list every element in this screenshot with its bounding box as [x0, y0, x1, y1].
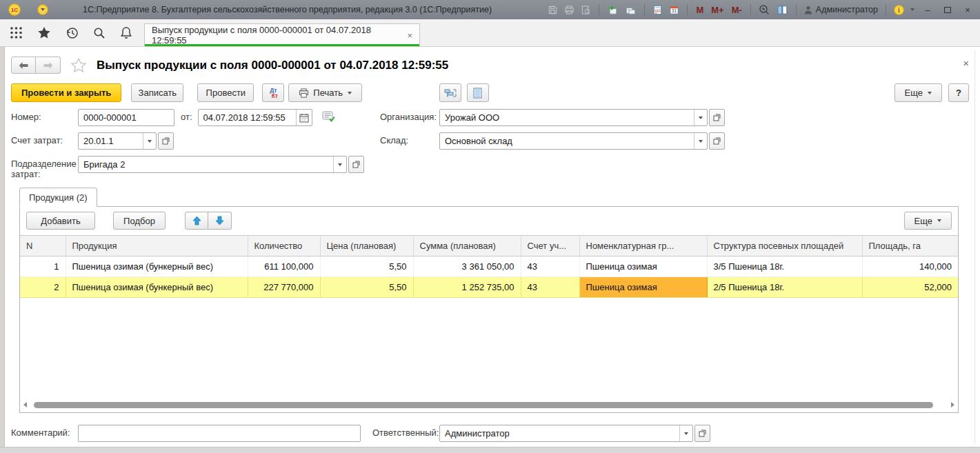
- cost-account-field[interactable]: 20.01.1: [79, 133, 143, 149]
- move-row-down-button[interactable]: [208, 212, 232, 230]
- favorite-star-icon[interactable]: [70, 57, 87, 73]
- document-tab[interactable]: Выпуск продукции с поля 0000-000001 от 0…: [144, 23, 420, 46]
- register-records-button[interactable]: [467, 83, 489, 102]
- memory-m-button[interactable]: M: [695, 5, 704, 15]
- get-link-icon[interactable]: [607, 5, 619, 15]
- cell-area[interactable]: 52,000: [862, 277, 958, 298]
- table-row[interactable]: 2Пшеница озимая (бункерный вес)227 770,0…: [20, 277, 958, 298]
- calculator-icon[interactable]: [652, 5, 663, 15]
- organization-field[interactable]: Урожай ООО: [440, 110, 694, 125]
- nav-forward-button[interactable]: [36, 57, 61, 74]
- zoom-icon[interactable]: [759, 4, 770, 15]
- search-icon[interactable]: [93, 27, 106, 39]
- favorites-star-icon[interactable]: [37, 26, 51, 39]
- form-close-button[interactable]: ×: [963, 58, 969, 68]
- dtkt-button[interactable]: ДтКт: [262, 83, 284, 102]
- table-row[interactable]: 1Пшеница озимая (бункерный вес)611 100,0…: [20, 256, 958, 277]
- cell-group[interactable]: Пшеница озимая: [579, 277, 707, 298]
- maximize-button[interactable]: [941, 5, 954, 15]
- info-icon[interactable]: i: [894, 5, 904, 15]
- cost-account-open-button[interactable]: [158, 132, 174, 150]
- chevron-down-icon: [41, 8, 45, 11]
- column-header-2[interactable]: Количество: [248, 236, 320, 256]
- cost-account-dropdown-button[interactable]: [143, 133, 156, 149]
- save-button[interactable]: Записать: [131, 83, 183, 102]
- page-title: Выпуск продукции с поля 0000-000001 от 0…: [97, 59, 448, 72]
- current-user[interactable]: Администратор: [804, 5, 878, 14]
- warehouse-field[interactable]: Основной склад: [440, 133, 694, 149]
- cell-price[interactable]: 5,50: [320, 256, 413, 277]
- cell-price[interactable]: 5,50: [320, 277, 413, 298]
- cell-n[interactable]: 2: [20, 277, 66, 298]
- column-header-8[interactable]: Площадь, га: [862, 236, 958, 256]
- go-link-icon[interactable]: [625, 5, 637, 15]
- department-dropdown-button[interactable]: [333, 157, 346, 172]
- scroll-right-icon[interactable]: [951, 402, 954, 407]
- cell-structure[interactable]: 2/5 Пшеница 18г.: [707, 277, 862, 298]
- column-header-7[interactable]: Структура посевных площадей: [707, 236, 862, 256]
- warehouse-dropdown-button[interactable]: [694, 133, 707, 149]
- cell-structure[interactable]: 3/5 Пшеница 18г.: [707, 256, 862, 277]
- dtkt-icon: ДтКт: [269, 88, 278, 99]
- minimize-button[interactable]: –: [921, 5, 934, 15]
- cell-qty[interactable]: 611 100,000: [248, 256, 320, 277]
- column-header-5[interactable]: Счет уч...: [521, 236, 579, 256]
- scrollbar-thumb[interactable]: [34, 402, 933, 408]
- memory-m-minus-button[interactable]: M-: [731, 5, 743, 15]
- scroll-left-icon[interactable]: [23, 402, 27, 407]
- history-icon[interactable]: [66, 26, 79, 39]
- post-button[interactable]: Провести: [197, 83, 254, 102]
- organization-open-button[interactable]: [709, 109, 725, 126]
- cell-account[interactable]: 43: [521, 256, 579, 277]
- column-header-1[interactable]: Продукция: [66, 236, 248, 256]
- calendar-icon[interactable]: 31: [669, 5, 679, 15]
- cell-product[interactable]: Пшеница озимая (бункерный вес): [66, 277, 248, 298]
- column-header-6[interactable]: Номенклатурная гр...: [579, 236, 707, 256]
- move-row-up-button[interactable]: [185, 212, 208, 230]
- window-bottom-frame: [0, 447, 980, 453]
- pick-button[interactable]: Подбор: [113, 212, 166, 230]
- nav-back-button[interactable]: [11, 57, 36, 74]
- comment-input[interactable]: [79, 425, 360, 441]
- responsible-dropdown-button[interactable]: [679, 425, 692, 441]
- chevron-down-icon[interactable]: [910, 8, 914, 11]
- products-table: NПродукцияКоличествоЦена (плановая)Сумма…: [20, 235, 958, 298]
- post-and-close-button[interactable]: Провести и закрыть: [11, 83, 121, 102]
- print-button[interactable]: Печать: [288, 83, 362, 102]
- horizontal-scrollbar[interactable]: [23, 400, 954, 410]
- help-button[interactable]: ?: [948, 83, 969, 102]
- tab-products[interactable]: Продукция (2): [19, 188, 97, 207]
- close-window-button[interactable]: ×: [961, 5, 974, 15]
- notifications-bell-icon[interactable]: [120, 26, 132, 39]
- chevron-down-icon: [684, 432, 688, 435]
- cell-n[interactable]: 1: [20, 256, 66, 277]
- cell-product[interactable]: Пшеница озимая (бункерный вес): [66, 256, 248, 277]
- department-open-button[interactable]: [348, 156, 364, 173]
- responsible-field[interactable]: Администратор: [440, 425, 679, 441]
- column-header-0[interactable]: N: [20, 236, 66, 256]
- structure-of-subordination-button[interactable]: [439, 83, 461, 102]
- column-header-4[interactable]: Сумма (плановая): [413, 236, 521, 256]
- menu-grid-icon[interactable]: [10, 26, 23, 39]
- department-field[interactable]: Бригада 2: [79, 157, 333, 172]
- memory-m-plus-button[interactable]: M+: [710, 5, 724, 15]
- cell-group[interactable]: Пшеница озимая: [579, 256, 707, 277]
- number-input[interactable]: [79, 110, 174, 125]
- table-more-button[interactable]: Еще: [904, 212, 952, 230]
- column-header-3[interactable]: Цена (плановая): [320, 236, 413, 256]
- tab-close-icon[interactable]: ×: [407, 30, 412, 41]
- date-input[interactable]: [199, 110, 296, 125]
- add-row-button[interactable]: Добавить: [26, 212, 95, 230]
- cell-qty[interactable]: 227 770,000: [248, 277, 320, 298]
- cell-sum[interactable]: 1 252 735,00: [413, 277, 521, 298]
- warehouse-open-button[interactable]: [709, 132, 725, 150]
- split-window-icon[interactable]: [777, 5, 788, 15]
- cell-sum[interactable]: 3 361 050,00: [413, 256, 521, 277]
- date-picker-button[interactable]: [296, 110, 312, 125]
- form-more-button[interactable]: Еще: [894, 83, 942, 102]
- organization-dropdown-button[interactable]: [694, 110, 707, 125]
- system-menu-button[interactable]: [37, 4, 48, 15]
- cell-area[interactable]: 140,000: [862, 256, 958, 277]
- cell-account[interactable]: 43: [521, 277, 579, 298]
- responsible-open-button[interactable]: [694, 425, 710, 442]
